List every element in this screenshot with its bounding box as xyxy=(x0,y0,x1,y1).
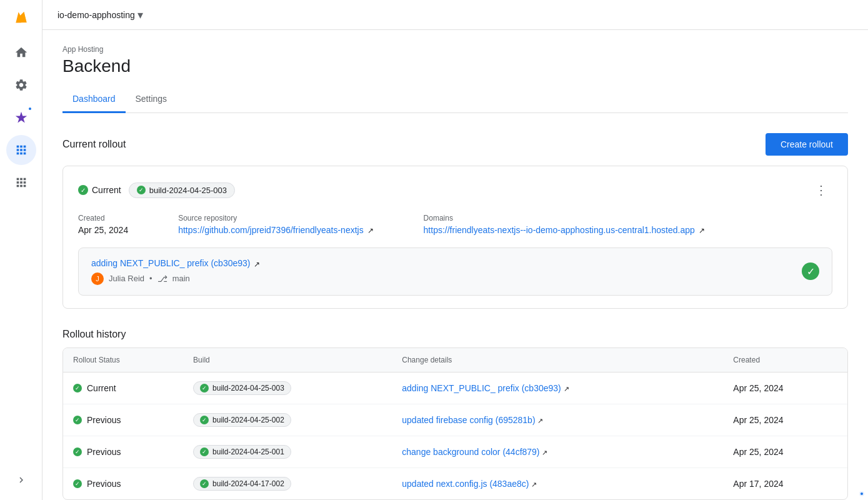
build-badge: build-2024-04-25-003 xyxy=(129,182,235,198)
tab-dashboard[interactable]: Dashboard xyxy=(62,86,126,113)
rollout-history-table: Rollout Status Build Change details Crea… xyxy=(63,348,847,499)
table-row: Previousbuild-2024-04-17-002updated next… xyxy=(63,468,847,499)
topbar: io-demo-apphosting ▾ xyxy=(42,0,868,30)
change-link[interactable]: updated next.config.js (483ae8c) xyxy=(402,479,529,489)
table-header-row: Rollout Status Build Change details Crea… xyxy=(63,348,847,372)
domains-label: Domains xyxy=(424,214,705,222)
status-green-dot xyxy=(78,185,88,195)
row-change-cell: updated next.config.js (483ae8c) ↗ xyxy=(392,468,723,499)
source-repo-link[interactable]: https://github.com/jpreid7396/friendlyea… xyxy=(178,225,364,235)
created-value: Apr 25, 2024 xyxy=(78,225,128,235)
row-created-cell: Apr 25, 2024 xyxy=(723,372,847,404)
source-repo-meta: Source repository https://github.com/jpr… xyxy=(178,214,373,235)
sidebar-item-apphosting[interactable] xyxy=(6,135,36,165)
sidebar xyxy=(0,0,42,500)
page-title: Backend xyxy=(62,56,848,76)
domains-meta: Domains https://friendlyeats-nextjs--io-… xyxy=(424,214,705,235)
row-build-cell: build-2024-04-25-003 xyxy=(183,372,392,404)
tab-bar: Dashboard Settings xyxy=(62,86,848,113)
main-content: io-demo-apphosting ▾ App Hosting Backend… xyxy=(42,0,868,500)
sidebar-expand-button[interactable] xyxy=(6,465,36,495)
row-status-cell: Previous xyxy=(63,436,183,468)
current-rollout-card: Current build-2024-04-25-003 ⋮ Created A… xyxy=(62,166,848,309)
project-selector[interactable]: io-demo-apphosting ▾ xyxy=(52,6,148,24)
row-change-cell: adding NEXT_PUBLIC_ prefix (cb30e93) ↗ xyxy=(392,372,723,404)
domains-link[interactable]: https://friendlyeats-nextjs--io-demo-app… xyxy=(424,225,695,235)
branch-icon: ⎇ xyxy=(157,274,167,284)
domains-value: https://friendlyeats-nextjs--io-demo-app… xyxy=(424,225,705,235)
row-build-cell: build-2024-04-25-002 xyxy=(183,404,392,436)
col-change-details: Change details xyxy=(392,348,723,372)
build-id: build-2024-04-25-003 xyxy=(149,186,227,195)
commit-author: Julia Reid xyxy=(109,274,144,283)
commit-success-icon: ✓ xyxy=(802,262,819,280)
row-created-cell: Apr 25, 2024 xyxy=(723,436,847,468)
change-link[interactable]: change background color (44cf879) xyxy=(402,447,539,457)
commit-card: adding NEXT_PUBLIC_ prefix (cb30e93) ↗ J… xyxy=(78,248,832,295)
rollout-status-row: Current build-2024-04-25-003 xyxy=(78,182,235,198)
breadcrumb: App Hosting xyxy=(62,45,848,54)
sidebar-item-settings[interactable] xyxy=(6,70,36,100)
tab-settings[interactable]: Settings xyxy=(126,86,177,113)
change-link[interactable]: adding NEXT_PUBLIC_ prefix (cb30e93) xyxy=(402,383,561,393)
row-build-cell: build-2024-04-17-002 xyxy=(183,468,392,499)
created-label: Created xyxy=(78,214,128,222)
row-change-cell: updated firebase config (695281b) ↗ xyxy=(392,404,723,436)
row-build-cell: build-2024-04-25-001 xyxy=(183,436,392,468)
row-status-cell: Previous xyxy=(63,404,183,436)
rollout-card-header: Current build-2024-04-25-003 ⋮ xyxy=(78,179,832,201)
project-name: io-demo-apphosting xyxy=(57,10,135,20)
sidebar-item-extensions[interactable] xyxy=(6,168,36,198)
table-row: Currentbuild-2024-04-25-003adding NEXT_P… xyxy=(63,372,847,404)
row-created-cell: Apr 25, 2024 xyxy=(723,404,847,436)
commit-link[interactable]: adding NEXT_PUBLIC_ prefix (cb30e93) xyxy=(91,258,250,268)
commit-meta: J Julia Reid • ⎇ main xyxy=(91,272,260,285)
col-created: Created xyxy=(723,348,847,372)
current-label: Current xyxy=(92,185,121,195)
change-link[interactable]: updated firebase config (695281b) xyxy=(402,415,535,425)
source-repo-value: https://github.com/jpreid7396/friendlyea… xyxy=(178,225,373,235)
chevron-down-icon: ▾ xyxy=(137,8,143,22)
current-rollout-title: Current rollout xyxy=(62,139,126,150)
more-options-button[interactable]: ⋮ xyxy=(810,179,832,201)
table-row: Previousbuild-2024-04-25-001change backg… xyxy=(63,436,847,468)
current-rollout-header: Current rollout Create rollout xyxy=(62,133,848,156)
rollout-history-table-container: Rollout Status Build Change details Crea… xyxy=(62,348,848,500)
commit-info: adding NEXT_PUBLIC_ prefix (cb30e93) ↗ J… xyxy=(91,258,260,284)
sidebar-item-home[interactable] xyxy=(6,38,36,68)
rollout-history-section: Rollout history Rollout Status Build Cha… xyxy=(62,329,848,500)
history-section-title: Rollout history xyxy=(62,329,848,340)
firebase-logo xyxy=(9,5,34,30)
bullet-separator: • xyxy=(149,274,152,283)
create-rollout-button[interactable]: Create rollout xyxy=(766,133,848,156)
rollout-meta: Created Apr 25, 2024 Source repository h… xyxy=(78,214,832,235)
source-repo-label: Source repository xyxy=(178,214,373,222)
domains-ext-link-icon: ↗ xyxy=(699,226,705,235)
row-status-cell: Current xyxy=(63,372,183,404)
content-area: App Hosting Backend Dashboard Settings C… xyxy=(42,30,868,500)
build-status-dot xyxy=(137,186,146,194)
row-created-cell: Apr 17, 2024 xyxy=(723,468,847,499)
row-change-cell: change background color (44cf879) ↗ xyxy=(392,436,723,468)
sidebar-item-ai[interactable] xyxy=(6,102,36,132)
ext-link-icon: ↗ xyxy=(367,226,374,235)
table-row: Previousbuild-2024-04-25-002updated fire… xyxy=(63,404,847,436)
col-build: Build xyxy=(183,348,392,372)
current-status-badge: Current xyxy=(78,185,121,195)
commit-branch: main xyxy=(172,274,190,283)
row-status-cell: Previous xyxy=(63,468,183,499)
commit-ext-link-icon: ↗ xyxy=(254,260,260,269)
author-avatar: J xyxy=(91,272,104,285)
col-rollout-status: Rollout Status xyxy=(63,348,183,372)
created-meta: Created Apr 25, 2024 xyxy=(78,214,128,235)
